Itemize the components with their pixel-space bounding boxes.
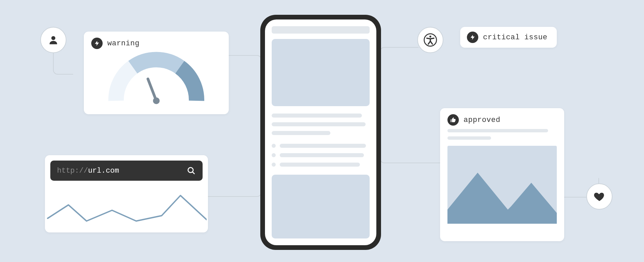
svg-point-8	[521, 161, 540, 179]
warning-card: warning	[84, 32, 229, 114]
bolt-icon	[91, 38, 103, 49]
approved-card: approved	[440, 108, 564, 241]
phone-mockup	[260, 15, 381, 250]
svg-point-2	[429, 36, 431, 38]
phone-list-item	[272, 153, 370, 157]
search-icon[interactable]	[186, 166, 196, 175]
user-icon	[48, 34, 59, 46]
sparkline-chart-icon	[45, 186, 208, 229]
phone-text-line	[272, 122, 366, 126]
user-badge	[40, 27, 66, 53]
phone-list-item	[272, 163, 370, 167]
bolt-icon	[467, 32, 478, 43]
phone-list-item	[272, 144, 370, 148]
connector-warning-to-phone	[228, 55, 262, 73]
warning-label: warning	[107, 39, 140, 48]
phone-header-bar	[272, 26, 370, 34]
approved-text-lines	[440, 129, 564, 140]
phone-text-line	[272, 114, 362, 118]
approved-label: approved	[464, 116, 500, 124]
url-analytics-card: http://url.com	[45, 155, 208, 232]
phone-footer-block	[272, 175, 370, 238]
critical-issue-card: critical issue	[460, 27, 557, 48]
thumbs-up-icon	[447, 114, 459, 126]
image-placeholder-icon	[447, 146, 557, 225]
svg-point-0	[51, 36, 55, 40]
phone-screen	[265, 19, 376, 245]
svg-line-5	[193, 172, 195, 174]
url-text: http://url.com	[57, 167, 119, 175]
connector-url-to-phone	[207, 179, 262, 197]
gauge-icon	[84, 50, 229, 114]
connector-phone-to-accessibility	[380, 47, 419, 74]
accessibility-icon	[423, 33, 437, 47]
heart-badge	[586, 183, 612, 210]
heart-icon	[593, 190, 605, 203]
phone-text-line	[272, 131, 330, 135]
url-input[interactable]: http://url.com	[50, 161, 203, 181]
accessibility-badge	[417, 27, 443, 53]
connector-phone-to-approved	[380, 144, 440, 163]
phone-hero-block	[272, 39, 370, 106]
critical-issue-label: critical issue	[483, 33, 547, 42]
connector-user-to-warning	[53, 51, 73, 75]
